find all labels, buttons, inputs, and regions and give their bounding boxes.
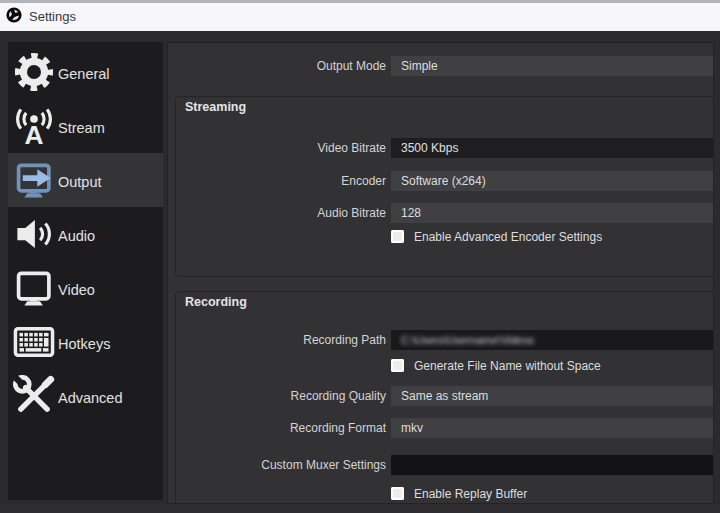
svg-text:A: A	[25, 120, 44, 147]
